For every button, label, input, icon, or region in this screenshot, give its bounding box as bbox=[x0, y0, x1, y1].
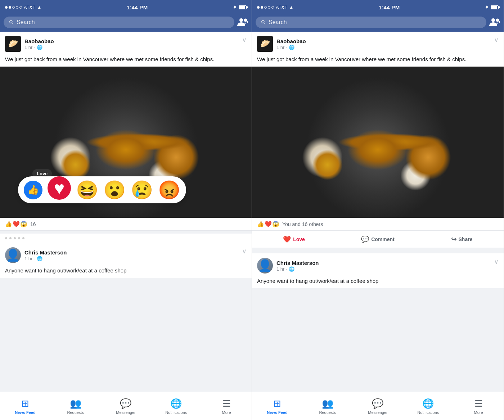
feed-left: 🥟 Baobaobao 1 hr · 🌐 ∨ We just got back … bbox=[0, 32, 252, 392]
battery-fill-right bbox=[491, 6, 497, 9]
reaction-wow-left[interactable]: 😮 bbox=[103, 181, 126, 199]
search-wrap-left[interactable]: Search bbox=[4, 17, 234, 28]
feed-divider-right bbox=[252, 250, 504, 253]
reaction-love-large-left[interactable]: ♥ bbox=[48, 176, 71, 200]
status-bar-left: AT&T ▲ 1:44 PM ✸ bbox=[0, 0, 252, 14]
nav-newsfeed-left[interactable]: ⊞ News Feed bbox=[0, 395, 50, 417]
more-label-right: More bbox=[474, 410, 483, 415]
friends-svg-left bbox=[237, 17, 248, 27]
wifi-icon-left: ▲ bbox=[37, 5, 41, 10]
rdot-2 bbox=[261, 6, 263, 9]
time-text-1-right: 1 hr bbox=[276, 45, 284, 50]
status-right-left: ✸ bbox=[233, 5, 247, 10]
reaction-haha-left[interactable]: 😆 bbox=[76, 181, 98, 199]
newsfeed-label-left: News Feed bbox=[15, 410, 35, 415]
chris-avatar-icon-right: 👤 bbox=[258, 259, 272, 272]
nav-requests-left[interactable]: 👥 Requests bbox=[50, 395, 101, 417]
react-love-mini-left: ❤️ bbox=[13, 221, 20, 227]
post-text-1-left: We just got back from a week in Vancouve… bbox=[0, 54, 252, 67]
chevron-2-left[interactable]: ∨ bbox=[242, 247, 247, 255]
share-btn-right[interactable]: ↪ Share bbox=[420, 232, 504, 246]
time-text-1-left: 1 hr bbox=[24, 45, 32, 50]
status-bar-right: AT&T ▲ 1:44 PM ✸ bbox=[252, 0, 504, 14]
comment-btn-label-right: Comment bbox=[371, 236, 395, 242]
post-header-2-right: 👤 Chris Masterson 1 hr · 🌐 ∨ bbox=[252, 253, 504, 276]
post-header-content-1-right: 🥟 Baobaobao 1 hr · 🌐 bbox=[257, 36, 306, 52]
post-header-content-1-left: 🥟 Baobaobao 1 hr · 🌐 bbox=[5, 36, 54, 52]
dot-5 bbox=[19, 6, 22, 9]
rdot-3 bbox=[264, 6, 267, 9]
dot-3 bbox=[12, 6, 15, 9]
friends-svg-right bbox=[489, 17, 500, 27]
search-bar-right: Search bbox=[252, 14, 504, 32]
post-image-1-right bbox=[252, 67, 504, 218]
battery-fill-left bbox=[239, 6, 245, 9]
search-icon-left bbox=[9, 19, 14, 25]
svg-point-0 bbox=[239, 18, 243, 22]
time-text-2-left: 1 hr bbox=[24, 256, 32, 261]
nav-notifications-right[interactable]: 🌐 Notifications bbox=[403, 395, 453, 417]
wifi-icon-right: ▲ bbox=[289, 5, 293, 10]
messenger-label-left: Messenger bbox=[116, 410, 135, 415]
status-left: AT&T ▲ bbox=[5, 5, 41, 10]
post-header-content-2-left: 👤 Chris Masterson 1 hr · 🌐 bbox=[5, 247, 67, 263]
search-bar-left: Search bbox=[0, 14, 252, 32]
post-name-2-right: Chris Masterson bbox=[276, 260, 319, 266]
post-name-1-right: Baobaobao bbox=[276, 38, 306, 44]
avatar-baobaobao-right: 🥟 bbox=[257, 36, 273, 52]
avatar-baobaobao-left: 🥟 bbox=[5, 36, 21, 52]
bluetooth-icon-right: ✸ bbox=[485, 5, 489, 10]
nav-more-left[interactable]: ☰ More bbox=[201, 395, 252, 417]
bottom-nav-right: ⊞ News Feed 👥 Requests 💬 Messenger 🌐 Not… bbox=[252, 392, 504, 420]
post-time-1-right: 1 hr · 🌐 bbox=[276, 45, 306, 50]
messenger-icon-left: 💬 bbox=[120, 398, 131, 409]
reaction-bar-left[interactable]: 👍 ♥ 😆 😮 😢 😡 bbox=[18, 176, 186, 203]
notifications-icon-left: 🌐 bbox=[170, 398, 182, 409]
messenger-icon-right: 💬 bbox=[372, 398, 383, 409]
carrier-right: AT&T bbox=[276, 5, 287, 10]
notifications-label-right: Notifications bbox=[417, 410, 439, 415]
post-card-1-right: 🥟 Baobaobao 1 hr · 🌐 ∨ We just got back … bbox=[252, 32, 504, 248]
reaction-sad-left[interactable]: 😢 bbox=[131, 181, 153, 199]
dot-2 bbox=[9, 6, 11, 9]
dot-1 bbox=[5, 6, 8, 9]
chevron-1-right[interactable]: ∨ bbox=[494, 36, 499, 44]
post-text-2-right: Anyone want to hang out/work/eat at a co… bbox=[252, 276, 504, 288]
fish-chips-image-right bbox=[252, 67, 504, 218]
search-icon-right bbox=[261, 19, 266, 25]
react-like-mini-left: 👍 bbox=[5, 221, 12, 227]
sep-dot-2 bbox=[9, 237, 12, 239]
nav-messenger-left[interactable]: 💬 Messenger bbox=[101, 395, 151, 417]
react-like-mini-right: 👍 bbox=[257, 221, 264, 227]
nav-messenger-right[interactable]: 💬 Messenger bbox=[353, 395, 403, 417]
friend-icon-right[interactable] bbox=[489, 17, 500, 27]
reaction-angry-left[interactable]: 😡 bbox=[158, 181, 180, 199]
bottom-nav-left: ⊞ News Feed 👥 Requests 💬 Messenger 🌐 Not… bbox=[0, 392, 252, 420]
newsfeed-icon-left: ⊞ bbox=[21, 398, 29, 409]
reaction-like-left[interactable]: 👍 bbox=[24, 181, 42, 199]
chevron-2-right[interactable]: ∨ bbox=[494, 258, 499, 266]
post-text-2-left: Anyone want to hang out/work/eat at a co… bbox=[0, 265, 252, 278]
chevron-1-left[interactable]: ∨ bbox=[242, 36, 247, 44]
love-btn-right[interactable]: ❤️ Love bbox=[252, 232, 336, 246]
status-right-right: ✸ bbox=[485, 5, 499, 10]
avatar-chris-right: 👤 bbox=[257, 258, 273, 274]
rdot-5 bbox=[271, 6, 274, 9]
search-wrap-right[interactable]: Search bbox=[256, 17, 486, 28]
react-love-mini-right: ❤️ bbox=[265, 221, 272, 227]
sep-dot-4 bbox=[18, 237, 20, 239]
friend-icon-left[interactable] bbox=[237, 17, 248, 27]
post-header-content-2-right: 👤 Chris Masterson 1 hr · 🌐 bbox=[257, 258, 319, 274]
nav-notifications-left[interactable]: 🌐 Notifications bbox=[151, 395, 201, 417]
dots-separator-left bbox=[0, 234, 252, 243]
post-header-2-left: 👤 Chris Masterson 1 hr · 🌐 ∨ bbox=[0, 243, 252, 265]
globe-icon-2-right: 🌐 bbox=[289, 266, 294, 272]
search-placeholder-left: Search bbox=[17, 19, 35, 26]
comment-btn-right[interactable]: 💬 Comment bbox=[336, 232, 420, 246]
nav-newsfeed-right[interactable]: ⊞ News Feed bbox=[252, 395, 302, 417]
more-label-left: More bbox=[222, 410, 231, 415]
signal-dots bbox=[5, 6, 22, 9]
nav-requests-right[interactable]: 👥 Requests bbox=[302, 395, 353, 417]
nav-more-right[interactable]: ☰ More bbox=[453, 395, 504, 417]
feed-right: 🥟 Baobaobao 1 hr · 🌐 ∨ We just got back … bbox=[252, 32, 504, 392]
